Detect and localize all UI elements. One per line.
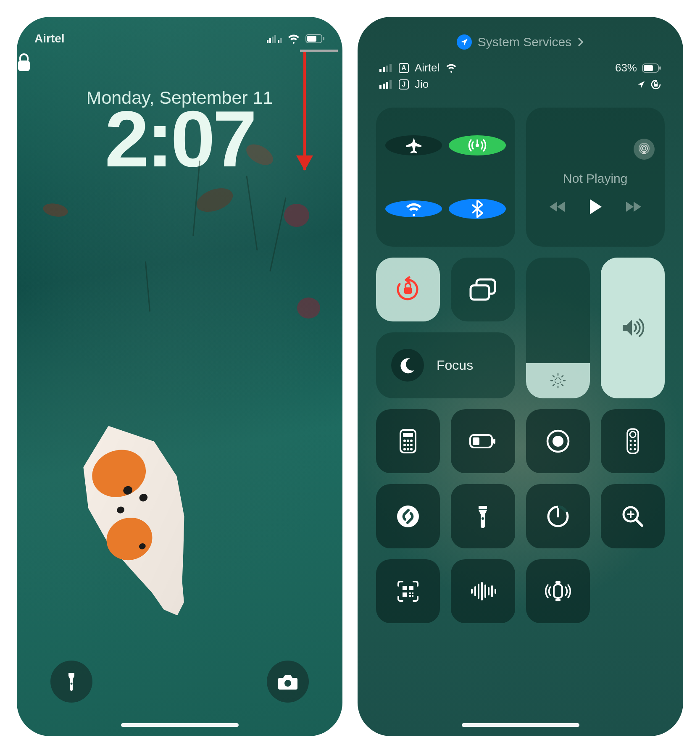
svg-point-28 <box>641 145 647 152</box>
svg-point-62 <box>629 444 632 446</box>
wallpaper-leaf <box>284 204 309 227</box>
watch-ping-button[interactable] <box>526 559 590 623</box>
system-services-link[interactable]: System Services <box>358 17 683 50</box>
svg-point-64 <box>629 448 632 450</box>
dual-signal-icon <box>267 34 282 43</box>
svg-rect-5 <box>280 38 282 43</box>
shazam-button[interactable] <box>376 484 440 548</box>
svg-point-48 <box>407 444 409 446</box>
brightness-icon <box>547 370 568 391</box>
sim2-carrier: Jio <box>415 78 429 91</box>
airplay-icon[interactable] <box>634 139 655 160</box>
svg-rect-79 <box>409 595 411 597</box>
lock-time: 2:07 <box>17 99 342 179</box>
svg-rect-32 <box>471 285 489 300</box>
magnifier-button[interactable] <box>601 484 665 548</box>
airplane-mode-toggle[interactable] <box>385 135 442 155</box>
focus-button[interactable]: Focus <box>376 332 515 398</box>
svg-point-63 <box>634 444 636 446</box>
bluetooth-toggle[interactable] <box>449 199 505 219</box>
timer-button[interactable] <box>526 484 590 548</box>
location-indicator-icon <box>637 80 645 89</box>
svg-rect-13 <box>383 67 385 72</box>
volume-slider[interactable] <box>601 258 665 399</box>
svg-rect-14 <box>386 66 388 72</box>
svg-rect-24 <box>654 84 658 87</box>
svg-rect-76 <box>403 592 407 597</box>
home-indicator[interactable] <box>121 723 239 727</box>
rewind-icon[interactable] <box>549 200 566 213</box>
svg-rect-75 <box>409 586 413 590</box>
camera-button[interactable] <box>267 661 309 703</box>
low-power-mode-button[interactable] <box>451 409 515 473</box>
svg-rect-4 <box>278 40 279 43</box>
svg-line-41 <box>562 376 563 377</box>
flashlight-button[interactable] <box>451 484 515 548</box>
forward-icon[interactable] <box>625 200 642 213</box>
status-bar: Airtel <box>17 17 342 45</box>
battery-percent: 63% <box>615 61 637 74</box>
signal-icon <box>379 64 393 72</box>
annotation-underline <box>300 50 338 52</box>
wallpaper-stem <box>145 261 150 312</box>
svg-point-49 <box>410 444 413 446</box>
wifi-toggle[interactable] <box>385 200 442 217</box>
media-status: Not Playing <box>563 171 627 186</box>
svg-point-27 <box>642 147 646 150</box>
sim-indicator: J <box>399 79 409 90</box>
svg-rect-19 <box>379 85 382 89</box>
orientation-lock-toggle[interactable] <box>376 258 440 321</box>
wallpaper-leaf <box>297 298 320 319</box>
svg-point-45 <box>407 440 409 442</box>
sound-recognition-button[interactable] <box>451 559 515 623</box>
svg-rect-80 <box>412 595 413 597</box>
svg-rect-91 <box>555 599 561 601</box>
svg-point-66 <box>397 506 419 527</box>
svg-point-57 <box>553 436 563 447</box>
svg-point-10 <box>71 683 73 685</box>
svg-rect-78 <box>412 592 413 594</box>
svg-point-51 <box>407 448 409 450</box>
svg-line-39 <box>562 384 563 386</box>
apple-tv-remote-button[interactable] <box>601 409 665 473</box>
svg-rect-22 <box>389 80 392 89</box>
home-indicator[interactable] <box>462 723 579 727</box>
svg-rect-54 <box>473 437 479 445</box>
wallpaper-stem <box>246 175 258 250</box>
qr-scanner-button[interactable] <box>376 559 440 623</box>
wallpaper-leaf <box>42 202 69 219</box>
chevron-right-icon <box>577 37 584 47</box>
cellular-data-toggle[interactable] <box>449 135 505 155</box>
connectivity-tile[interactable] <box>376 108 515 247</box>
wifi-icon <box>287 34 300 44</box>
location-icon <box>457 34 472 50</box>
svg-point-50 <box>403 448 406 450</box>
screen-mirroring-button[interactable] <box>451 258 515 321</box>
svg-rect-12 <box>379 69 382 72</box>
brightness-slider[interactable] <box>526 258 590 399</box>
volume-icon <box>620 317 645 338</box>
sim1-carrier: Airtel <box>415 61 439 74</box>
svg-point-11 <box>284 680 291 687</box>
battery-icon <box>642 63 661 73</box>
svg-rect-77 <box>409 592 411 594</box>
wallpaper-koi-fish <box>45 403 240 638</box>
svg-rect-8 <box>323 37 324 40</box>
play-icon[interactable] <box>588 198 603 215</box>
svg-point-60 <box>629 440 632 442</box>
svg-rect-90 <box>555 581 561 584</box>
wifi-icon <box>445 63 457 73</box>
carrier-label: Airtel <box>34 32 65 45</box>
screen-record-button[interactable] <box>526 409 590 473</box>
media-tile[interactable]: Not Playing <box>526 108 665 247</box>
flashlight-button[interactable] <box>50 661 92 703</box>
svg-line-40 <box>553 384 554 386</box>
svg-rect-3 <box>274 35 276 43</box>
swipe-down-annotation-arrow <box>303 52 306 170</box>
calculator-button[interactable] <box>376 409 440 473</box>
orientation-lock-indicator-icon <box>650 79 661 90</box>
svg-point-25 <box>476 144 479 147</box>
svg-point-44 <box>403 440 406 442</box>
svg-rect-30 <box>404 287 412 294</box>
wallpaper-stem <box>269 197 286 272</box>
